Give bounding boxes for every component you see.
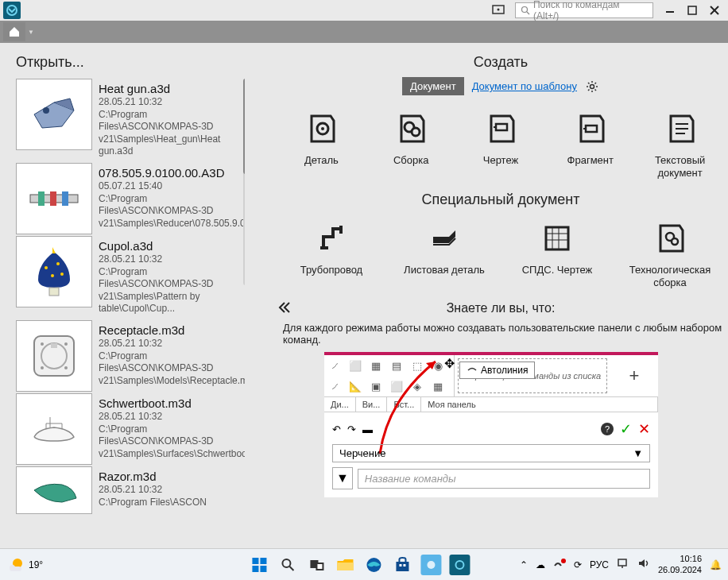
- close-button[interactable]: [704, 2, 725, 19]
- create-tabs: Документ Документ по шаблону: [277, 77, 725, 95]
- file-thumbnail: [16, 236, 92, 307]
- recent-file-item[interactable]: Heat gun.a3d 28.05.21 10:32 C:\Program F…: [16, 79, 245, 161]
- recent-file-item[interactable]: Receptacle.m3d 28.05.21 10:32 C:\Program…: [16, 320, 245, 392]
- tip-text: Для каждого режима работы можно создават…: [277, 322, 725, 346]
- recent-file-item[interactable]: Cupol.a3d 28.05.21 10:32 C:\Program File…: [16, 236, 245, 319]
- open-panel: Открыть... Heat gun.a3d 28.05.21 10:32 C…: [0, 43, 245, 548]
- filter-icon: ▼: [332, 467, 353, 489]
- file-path: C:\Program Files\ASCON\KOMPAS-3D v21\Sam…: [99, 193, 238, 230]
- date: 26.09.2024: [658, 565, 702, 575]
- create-panel: Создать Документ Документ по шаблону Дет…: [245, 43, 728, 548]
- svg-rect-52: [260, 566, 266, 572]
- special-doc-row: Трубопровод Листовая деталь СПДС. Чертеж…: [277, 219, 725, 288]
- app-icon: [3, 2, 21, 19]
- combo-value: Черчение: [339, 447, 386, 459]
- tray-icon[interactable]: ⟳: [574, 559, 582, 570]
- demo-tooltip: ✥ Автолиния: [459, 362, 535, 379]
- svg-rect-11: [38, 191, 45, 206]
- tab-document[interactable]: Документ: [402, 77, 464, 95]
- svg-rect-32: [496, 124, 507, 130]
- svg-rect-50: [260, 558, 266, 564]
- tray-chevron-icon[interactable]: ⌃: [520, 559, 528, 570]
- svg-point-25: [64, 366, 68, 369]
- file-thumbnail: [16, 79, 92, 150]
- check-icon: ✓: [620, 420, 632, 438]
- doc-type-text[interactable]: Текстовый документ: [636, 110, 725, 179]
- demo-command-input: Название команды: [358, 469, 650, 489]
- doc-type-drawing[interactable]: Чертеж: [456, 110, 545, 179]
- kompas-taskbar-icon[interactable]: [449, 555, 470, 575]
- search-placeholder: Поиск по командам (Alt+/): [533, 0, 648, 21]
- store-icon[interactable]: [392, 555, 412, 575]
- svg-point-23: [64, 342, 68, 346]
- app-icon-1[interactable]: [420, 555, 441, 575]
- doc-label: Сборка: [393, 154, 429, 167]
- doc-type-assembly[interactable]: Сборка: [366, 110, 455, 179]
- doc-type-fragment[interactable]: Фрагмент: [546, 110, 635, 179]
- home-button[interactable]: [3, 22, 25, 41]
- settings-button[interactable]: [585, 79, 599, 94]
- pipe-icon: [312, 219, 350, 257]
- recent-file-item[interactable]: Schwertboot.m3d 28.05.21 10:32 C:\Progra…: [16, 393, 245, 465]
- file-date: 28.05.21 10:32: [99, 484, 238, 497]
- doc-type-pipe[interactable]: Трубопровод: [287, 219, 376, 288]
- doc-type-sheet[interactable]: Листовая деталь: [400, 219, 489, 288]
- home-dropdown-icon[interactable]: ▼: [25, 22, 37, 41]
- tooltip-text: Автолиния: [481, 365, 528, 376]
- edge-icon[interactable]: [363, 555, 384, 575]
- presentation-mode-icon[interactable]: [488, 2, 509, 19]
- explorer-icon[interactable]: [335, 555, 355, 575]
- svg-point-0: [7, 6, 17, 15]
- recent-file-item[interactable]: 078.505.9.0100.00.A3D 05.07.21 15:40 C:\…: [16, 163, 245, 234]
- special-doc-title: Специальный документ: [277, 191, 725, 208]
- file-path: C:\Program Files\ASCON: [99, 497, 238, 509]
- doc-label: Трубопровод: [300, 264, 362, 276]
- network-icon[interactable]: [617, 558, 629, 571]
- task-view-icon[interactable]: [306, 555, 327, 575]
- file-path: C:\Program Files\ASCON\KOMPAS-3D v21\Sam…: [99, 266, 238, 315]
- svg-rect-12: [50, 191, 56, 206]
- svg-rect-34: [586, 126, 597, 132]
- svg-point-3: [521, 7, 527, 13]
- time: 10:16: [658, 554, 702, 564]
- file-thumbnail: [16, 320, 92, 392]
- drawing-icon: [482, 110, 520, 148]
- file-path: C:\Program Files\ASCON\KOMPAS-3D v21\Sam…: [99, 109, 238, 158]
- file-name: Receptacle.m3d: [99, 323, 238, 337]
- notifications-icon[interactable]: 🔔: [710, 559, 722, 570]
- svg-rect-60: [399, 564, 401, 566]
- tray-icon[interactable]: ☁: [536, 559, 545, 570]
- minimize-button[interactable]: [660, 2, 680, 19]
- fragment-icon: [571, 110, 610, 148]
- svg-point-47: [672, 238, 678, 245]
- doc-label: Фрагмент: [567, 154, 614, 167]
- clock[interactable]: 10:16 26.09.2024: [658, 554, 702, 574]
- svg-rect-21: [51, 343, 57, 348]
- search-taskbar-icon[interactable]: [277, 555, 298, 575]
- svg-point-27: [591, 84, 594, 88]
- command-search-input[interactable]: Поиск по командам (Alt+/): [515, 2, 653, 18]
- file-path: C:\Program Files\ASCON\KOMPAS-3D v21\Sam…: [99, 350, 238, 388]
- help-icon: ?: [601, 423, 614, 435]
- volume-icon[interactable]: [637, 558, 650, 571]
- svg-rect-49: [252, 558, 258, 564]
- demo-tab: Ди...: [324, 397, 356, 412]
- tip-prev-button[interactable]: [277, 301, 292, 318]
- doc-type-part[interactable]: Деталь: [277, 110, 366, 179]
- svg-point-63: [455, 561, 463, 569]
- weather-widget[interactable]: 19°: [6, 555, 43, 574]
- maximize-button[interactable]: [682, 2, 703, 19]
- file-thumbnail: [16, 393, 92, 465]
- input-placeholder: Название команды: [365, 473, 456, 485]
- tab-template[interactable]: Документ по шаблону: [472, 80, 577, 92]
- doc-type-spds[interactable]: СПДС. Чертеж: [513, 219, 602, 288]
- svg-rect-39: [320, 246, 328, 249]
- create-title: Создать: [277, 54, 725, 71]
- start-button[interactable]: [249, 555, 269, 575]
- language-indicator[interactable]: РУС: [590, 559, 609, 570]
- tray-icon[interactable]: [553, 558, 566, 571]
- open-title: Открыть...: [16, 54, 245, 71]
- recent-file-item[interactable]: Razor.m3d 28.05.21 10:32 C:\Program File…: [16, 466, 245, 514]
- doc-type-tech-assembly[interactable]: Технологическая сборка: [625, 219, 714, 288]
- svg-point-62: [427, 561, 435, 569]
